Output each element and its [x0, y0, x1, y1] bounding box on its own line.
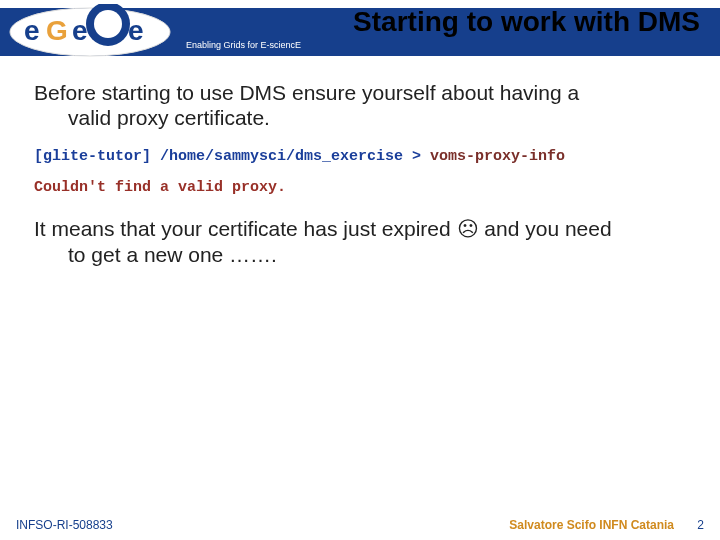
intro-line-2: valid proxy certificate.	[34, 106, 270, 129]
slide: e G e e Starting to work with DMS Enabli…	[0, 0, 720, 540]
svg-text:e: e	[72, 15, 88, 46]
outro-paragraph: It means that your certificate has just …	[34, 216, 686, 266]
slide-title: Starting to work with DMS	[353, 6, 700, 38]
svg-text:e: e	[24, 15, 40, 46]
svg-text:G: G	[46, 15, 68, 46]
terminal-prompt: [glite-tutor] /home/sammysci/dms_exercis…	[34, 148, 430, 165]
intro-line-1: Before starting to use DMS ensure yourse…	[34, 81, 579, 104]
outro-line-2: to get a new one …….	[34, 243, 277, 266]
slide-tagline: Enabling Grids for E-sciencE	[186, 40, 301, 50]
intro-paragraph: Before starting to use DMS ensure yourse…	[34, 80, 686, 130]
terminal-command: voms-proxy-info	[430, 148, 565, 165]
footer-left: INFSO-RI-508833	[16, 518, 113, 532]
footer-right: Salvatore Scifo INFN Catania	[509, 518, 674, 532]
svg-point-2	[94, 10, 122, 38]
terminal-line: [glite-tutor] /home/sammysci/dms_exercis…	[34, 148, 686, 165]
header: e G e e Starting to work with DMS Enabli…	[0, 0, 720, 64]
terminal-error: Couldn't find a valid proxy.	[34, 179, 686, 196]
svg-text:e: e	[128, 15, 144, 46]
footer: INFSO-RI-508833 Salvatore Scifo INFN Cat…	[0, 510, 720, 540]
egee-logo: e G e e	[8, 4, 178, 60]
page-number: 2	[697, 518, 704, 532]
outro-line-1: It means that your certificate has just …	[34, 217, 612, 240]
slide-content: Before starting to use DMS ensure yourse…	[0, 64, 720, 267]
